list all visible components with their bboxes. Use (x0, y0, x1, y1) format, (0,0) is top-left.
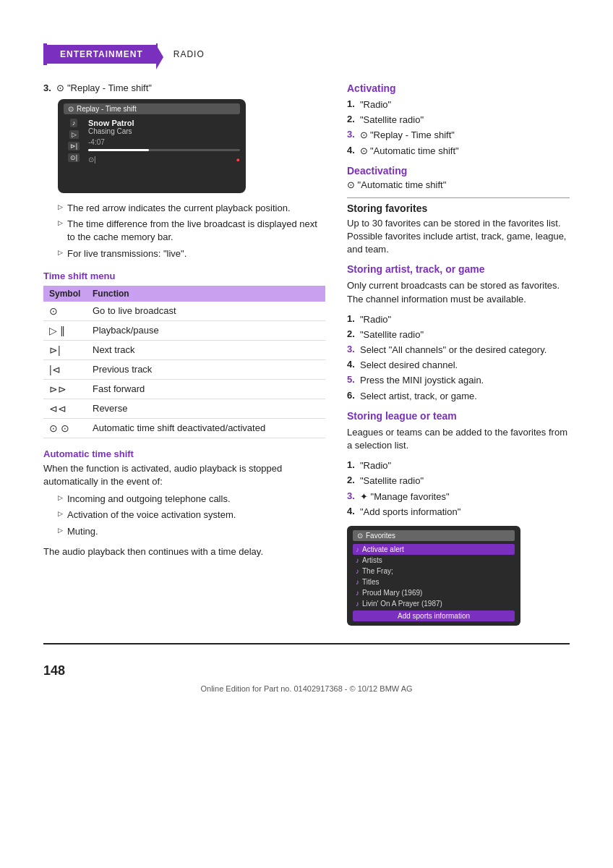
left-column: 3. ⊙ "Replay - Time shift" ⊙ Replay - Ti… (43, 82, 325, 626)
sym-rev: ⊲⊲ (43, 399, 87, 418)
screen-title-text: Replay - Time shift (77, 105, 137, 113)
screen-bullets: ▷ The red arrow indicates the current pl… (58, 202, 325, 260)
fav-label-thefray: The Fray; (362, 567, 393, 575)
fav-title-icon: ⊙ (357, 532, 363, 540)
lea-text-4: "Add sports information" (360, 506, 460, 519)
storing-artist-heading: Storing artist, track, or game (347, 263, 570, 275)
act-text-2: "Satellite radio" (360, 114, 424, 127)
time-shift-menu-heading: Time shift menu (43, 271, 325, 281)
act-text-4: ⊙"Automatic time shift" (360, 145, 459, 158)
act-item-2: 2. "Satellite radio" (347, 114, 570, 127)
col-function: Function (87, 286, 325, 302)
act-text-1: "Radio" (360, 98, 391, 111)
bullet-text-3: For live transmissions: "live". (67, 247, 187, 260)
table-row: ⊳| Next track (43, 340, 325, 359)
func-playback: Playback/pause (87, 320, 325, 340)
fav-icon-4: ♪ (356, 578, 359, 586)
art-text-6: Select artist, track, or game. (360, 390, 477, 403)
screen-content: ♪ ▷ ⊳| ⊙| Snow Patrol Chasing Cars -4:07 (64, 119, 240, 189)
act-num-4: 4. (347, 145, 360, 156)
auto-text-3: Muting. (67, 525, 98, 538)
bullet-text-1: The red arrow indicates the current play… (67, 202, 291, 215)
lea-item-2: 2. "Satellite radio" (347, 475, 570, 488)
lea-num-2: 2. (347, 475, 360, 485)
screen-time: -4:07 (88, 138, 240, 146)
lea-item-4: 4. "Add sports information" (347, 506, 570, 519)
table-header-row: Symbol Function (43, 286, 325, 302)
fav-item-artists: ♪ Artists (353, 555, 515, 566)
bullet-tri-3: ▷ (58, 249, 63, 256)
auto-tri-1: ▷ (58, 494, 63, 501)
page-number: 148 (43, 663, 65, 678)
storing-artist-text: Only current broadcasts can be stored as… (347, 279, 570, 305)
art-item-1: 1. "Radio" (347, 313, 570, 326)
storing-league-text: Leagues or teams can be added to the fav… (347, 426, 570, 452)
fav-icon-1: ♪ (356, 545, 359, 553)
auto-tri-2: ▷ (58, 510, 63, 517)
act-item-1: 1. "Radio" (347, 98, 570, 111)
auto-text-2: Activation of the voice activation syste… (67, 509, 236, 522)
storing-favorites-heading: Storing favorites (347, 197, 570, 214)
page-header: ENTERTAINMENT RADIO (43, 43, 570, 65)
fav-item-thefray: ♪ The Fray; (353, 566, 515, 576)
fav-label-activate: Activate alert (362, 545, 404, 553)
fav-label-artists: Artists (362, 556, 382, 564)
step-3-number: 3. (43, 82, 56, 93)
act-item-4: 4. ⊙"Automatic time shift" (347, 145, 570, 158)
fav-label-livin: Livin' On A Prayer (1987) (362, 600, 442, 608)
table-row: ⊳⊳ Fast forward (43, 379, 325, 399)
auto-bullet-3: ▷ Muting. (58, 525, 325, 538)
header-entertainment: ENTERTAINMENT (47, 45, 156, 64)
func-next: Next track (87, 340, 325, 359)
fav-title-bar: ⊙ Favorites (353, 530, 515, 541)
art-text-3: Select "All channels" or the desired cat… (360, 344, 546, 357)
auto-bullet-2: ▷ Activation of the voice activation sys… (58, 509, 325, 522)
auto-time-shift-heading: Automatic time shift (43, 448, 325, 459)
activating-heading: Activating (347, 82, 570, 94)
art-num-1: 1. (347, 313, 360, 324)
fav-icon-5: ♪ (356, 589, 359, 597)
lea-text-3: ✦ "Manage favorites" (360, 490, 450, 503)
screen-progress-fill (88, 149, 149, 151)
sym-ff: ⊳⊳ (43, 379, 87, 399)
screen-bottom-icon-left: ⊙| (88, 156, 96, 163)
art-text-4: Select desired channel. (360, 359, 458, 372)
screen-left-icons: ♪ ▷ ⊳| ⊙| (64, 119, 84, 189)
table-row: ⊲⊲ Reverse (43, 399, 325, 418)
favorites-screen: ⊙ Favorites ♪ Activate alert ♪ Artists ♪… (347, 526, 520, 626)
screen-title-icon: ⊙ (68, 105, 74, 113)
art-text-1: "Radio" (360, 313, 391, 326)
storing-league-list: 1. "Radio" 2. "Satellite radio" 3. ✦ "Ma… (347, 459, 570, 519)
lea-item-3: 3. ✦ "Manage favorites" (347, 490, 570, 503)
main-content: 3. ⊙ "Replay - Time shift" ⊙ Replay - Ti… (43, 82, 570, 626)
storing-artist-list: 1. "Radio" 2. "Satellite radio" 3. Selec… (347, 313, 570, 403)
screen-artist: Snow Patrol (88, 119, 240, 127)
bullet-2: ▷ The time difference from the live broa… (58, 218, 325, 244)
art-text-2: "Satellite radio" (360, 328, 424, 341)
sym-auto: ⊙ ⊙ (43, 418, 87, 438)
auto-bullet-1: ▷ Incoming and outgoing telephone calls. (58, 493, 325, 506)
screen-icon-2: ▷ (69, 130, 79, 139)
step-3-text: "Replay - Time shift" (67, 82, 152, 93)
deactivating-heading: Deactivating (347, 165, 570, 176)
fav-icon-6: ♪ (356, 600, 359, 608)
replay-screen: ⊙ Replay - Time shift ♪ ▷ ⊳| ⊙| Snow Pat… (58, 99, 246, 193)
screen-icon-1: ♪ (70, 119, 78, 127)
screen-main: Snow Patrol Chasing Cars -4:07 ⊙| ● (88, 119, 240, 189)
sym-prev: |⊲ (43, 359, 87, 379)
bullet-1: ▷ The red arrow indicates the current pl… (58, 202, 325, 215)
col-symbol: Symbol (43, 286, 87, 302)
screen-icon-3: ⊳| (68, 142, 80, 150)
func-rev: Reverse (87, 399, 325, 418)
func-live: Go to live broadcast (87, 302, 325, 321)
bullet-text-2: The time difference from the live broadc… (67, 218, 325, 244)
screen-live-indicator: ● (236, 156, 240, 163)
art-num-2: 2. (347, 328, 360, 339)
art-num-3: 3. (347, 344, 360, 354)
fav-add-sports: Add sports information (353, 610, 515, 621)
sym-live: ⊙ (43, 302, 87, 321)
fav-item-activate: ♪ Activate alert (353, 544, 515, 555)
art-item-5: 5. Press the MINI joystick again. (347, 374, 570, 387)
art-num-4: 4. (347, 359, 360, 370)
screen-icon-4: ⊙| (68, 153, 80, 162)
